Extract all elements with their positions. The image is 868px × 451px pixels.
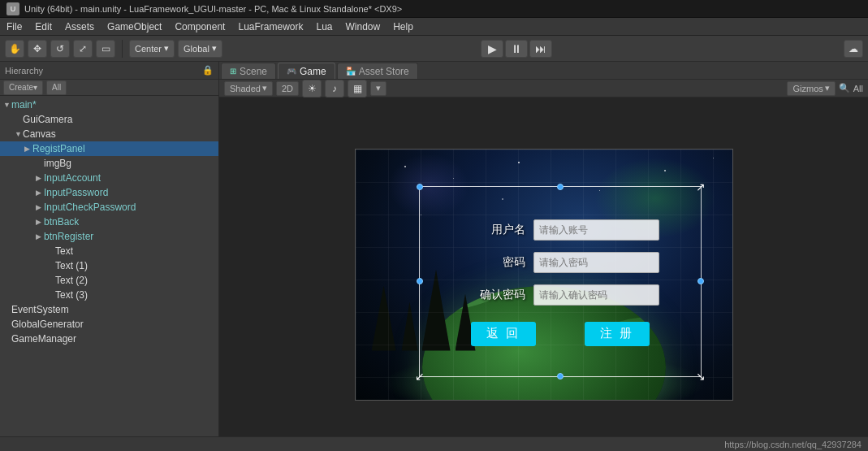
rotate-tool-button[interactable]: ↺ [50,40,70,58]
hierarchy-item-main[interactable]: ▼ main* [0,98,218,112]
gizmos-label: Gizmos [792,84,823,93]
twod-label: 2D [282,84,293,93]
hierarchy-panel: Hierarchy 🔒 Create ▾ All ▼ main* GuiCame… [0,62,219,451]
hierarchy-item-imgbg[interactable]: imgBg [0,156,218,171]
tree-decoration [372,286,396,351]
game-scene: ↗ ↙ ↘ 用户名 密码 [355,149,733,401]
pause-button[interactable]: ⏸ [505,40,528,58]
gizmos-area: Gizmos ▾ 🔍 All [787,81,863,96]
tab-game-label: Game [300,66,326,77]
menu-gameobject[interactable]: GameObject [101,18,168,35]
hierarchy-item-label: Text (1) [55,260,88,271]
tab-asset-store[interactable]: 🏪 Asset Store [337,63,418,79]
main-layout: Hierarchy 🔒 Create ▾ All ▼ main* GuiCame… [0,62,868,451]
shaded-dropdown[interactable]: Shaded ▾ [224,81,273,96]
audio-toggle-button[interactable]: ♪ [325,80,344,98]
effect-arrow-icon: ▾ [376,83,381,93]
hierarchy-item-inputaccount[interactable]: ▶ InputAccount [0,171,218,185]
tree-decoration [402,302,418,351]
twod-button[interactable]: 2D [276,81,299,96]
effect-dropdown[interactable]: ▾ [370,81,386,96]
hierarchy-item-registpanel[interactable]: ▶ RegistPanel [0,141,218,156]
hierarchy-item-gamemanager[interactable]: GameManager [0,332,218,346]
hierarchy-item-text1[interactable]: Text (1) [0,258,218,273]
hierarchy-item-label: btnRegister [44,231,93,242]
menu-component[interactable]: Component [168,18,231,35]
username-input[interactable] [533,219,659,241]
cloud-button[interactable]: ☁ [844,40,863,58]
hierarchy-item-label: GuiCamera [23,114,72,125]
hierarchy-item-guicamera[interactable]: GuiCamera [0,112,218,127]
hand-tool-button[interactable]: ✋ [5,40,24,58]
center-button[interactable]: Center ▾ [129,40,175,58]
gizmos-dropdown[interactable]: Gizmos ▾ [787,81,835,96]
hierarchy-lock-icon: 🔒 [202,65,214,76]
hierarchy-item-label: GlobalGenerator [11,319,84,330]
password-input[interactable] [533,252,659,273]
hierarchy-item-btnregister[interactable]: ▶ btnRegister [0,229,218,244]
menu-file[interactable]: File [0,18,28,35]
hierarchy-item-label: InputCheckPassword [44,202,136,213]
menu-help[interactable]: Help [386,18,420,35]
expand-arrow-icon: ▶ [36,218,44,226]
hierarchy-item-text2[interactable]: Text (2) [0,273,218,288]
star-decoration [404,166,406,167]
expand-arrow-icon: ▶ [36,232,44,241]
confirm-password-row: 确认密码 [421,284,700,306]
hierarchy-header: Hierarchy 🔒 [0,62,218,80]
hierarchy-all-button[interactable]: All [46,80,67,95]
back-button[interactable]: 返 回 [471,322,536,346]
hierarchy-item-text3[interactable]: Text (3) [0,288,218,302]
hierarchy-item-label: Canvas [23,128,56,140]
button-row: 返 回 注 册 [471,322,650,346]
toolbar: ✋ ✥ ↺ ⤢ ▭ Center ▾ Global ▾ ▶ ⏸ ⏭ ☁ [0,36,868,62]
rect-tool-button[interactable]: ▭ [96,40,115,58]
menu-window[interactable]: Window [339,18,387,35]
hierarchy-item-label: Text [55,245,73,257]
search-icon: 🔍 [839,83,850,93]
hierarchy-item-label: Text (3) [55,289,88,301]
global-label: Global [184,44,209,54]
create-label: Create [9,83,33,92]
hierarchy-item-text[interactable]: Text [0,244,218,258]
hierarchy-item-inputcheckpassword[interactable]: ▶ InputCheckPassword [0,200,218,215]
expand-arrow-icon: ▶ [36,189,44,197]
shaded-arrow-icon: ▾ [262,83,267,93]
tab-asset-store-label: Asset Store [359,66,409,77]
hierarchy-item-inputpassword[interactable]: ▶ InputPassword [0,185,218,200]
effect-toggle-button[interactable]: ▦ [348,80,367,98]
password-row: 密码 [421,252,700,273]
menu-lua[interactable]: Lua [309,18,339,35]
play-controls: ▶ ⏸ ⏭ [481,40,552,58]
play-button[interactable]: ▶ [481,40,503,58]
step-button[interactable]: ⏭ [529,40,552,58]
hierarchy-item-label: Text (2) [55,275,88,286]
username-row: 用户名 [421,219,700,241]
tab-scene-label: Scene [240,66,267,77]
scale-tool-button[interactable]: ⤢ [73,40,93,58]
menu-assets[interactable]: Assets [58,18,101,35]
confirm-password-input[interactable] [533,284,659,306]
hierarchy-content: ▼ main* GuiCamera ▼ Canvas ▶ RegistPanel… [0,96,218,451]
menu-luaframework[interactable]: LuaFramework [231,18,309,35]
shaded-label: Shaded [230,84,261,93]
hierarchy-item-canvas[interactable]: ▼ Canvas [0,127,218,141]
move-tool-button[interactable]: ✥ [28,40,47,58]
confirm-password-label: 确认密码 [460,288,525,302]
global-button[interactable]: Global ▾ [178,40,222,58]
hierarchy-title: Hierarchy [5,66,43,76]
tab-scene[interactable]: ⊞ Scene [221,63,276,79]
expand-arrow-icon: ▶ [24,145,32,153]
light-toggle-button[interactable]: ☀ [302,80,322,98]
tab-game[interactable]: 🎮 Game [278,63,335,79]
right-area: ⊞ Scene 🎮 Game 🏪 Asset Store Shaded ▾ 2D… [219,62,868,451]
register-button[interactable]: 注 册 [585,322,650,346]
game-icon: 🎮 [287,67,296,76]
hierarchy-item-btnback[interactable]: ▶ btnBack [0,215,218,229]
global-arrow-icon: ▾ [212,43,217,54]
menu-edit[interactable]: Edit [28,18,58,35]
hierarchy-item-eventsystem[interactable]: EventSystem [0,302,218,317]
hierarchy-item-globalgenerator[interactable]: GlobalGenerator [0,317,218,332]
hierarchy-item-label: btnBack [44,216,79,228]
hierarchy-create-button[interactable]: Create ▾ [3,80,43,95]
